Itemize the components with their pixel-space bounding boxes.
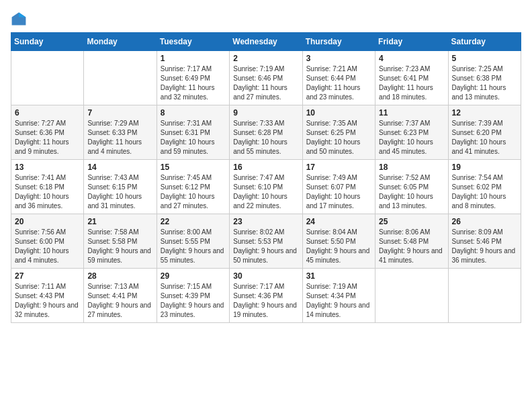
- calendar-week-row: 27Sunrise: 7:11 AM Sunset: 4:43 PM Dayli…: [11, 269, 521, 323]
- day-info: Sunrise: 7:19 AM Sunset: 6:46 PM Dayligh…: [233, 64, 298, 102]
- day-number: 8: [161, 108, 226, 118]
- calendar-cell: 9Sunrise: 7:33 AM Sunset: 6:28 PM Daylig…: [230, 105, 302, 160]
- day-info: Sunrise: 7:23 AM Sunset: 6:41 PM Dayligh…: [379, 64, 444, 102]
- day-info: Sunrise: 8:06 AM Sunset: 5:48 PM Dayligh…: [379, 228, 444, 265]
- day-number: 3: [306, 54, 371, 63]
- calendar-cell: [11, 51, 84, 105]
- logo: [11, 11, 30, 27]
- weekday-header: Tuesday: [157, 33, 229, 51]
- day-info: Sunrise: 7:11 AM Sunset: 4:43 PM Dayligh…: [15, 282, 80, 320]
- day-number: 10: [306, 108, 371, 118]
- day-number: 28: [87, 271, 152, 281]
- day-number: 21: [87, 217, 152, 226]
- day-number: 24: [306, 217, 371, 226]
- day-info: Sunrise: 7:47 AM Sunset: 6:10 PM Dayligh…: [233, 173, 298, 211]
- day-number: 14: [87, 163, 152, 172]
- calendar-week-row: 20Sunrise: 7:56 AM Sunset: 6:00 PM Dayli…: [11, 214, 521, 269]
- calendar-cell: 30Sunrise: 7:17 AM Sunset: 4:36 PM Dayli…: [230, 269, 302, 323]
- day-info: Sunrise: 7:19 AM Sunset: 4:34 PM Dayligh…: [306, 282, 371, 320]
- calendar-cell: 10Sunrise: 7:35 AM Sunset: 6:25 PM Dayli…: [302, 105, 375, 160]
- day-info: Sunrise: 7:39 AM Sunset: 6:20 PM Dayligh…: [452, 119, 517, 156]
- day-info: Sunrise: 8:02 AM Sunset: 5:53 PM Dayligh…: [233, 228, 298, 265]
- calendar-cell: 26Sunrise: 8:09 AM Sunset: 5:46 PM Dayli…: [448, 214, 521, 269]
- day-number: 13: [15, 163, 80, 172]
- calendar-cell: 1Sunrise: 7:17 AM Sunset: 6:49 PM Daylig…: [157, 51, 229, 105]
- day-number: 26: [452, 217, 517, 226]
- calendar-cell: 22Sunrise: 8:00 AM Sunset: 5:55 PM Dayli…: [157, 214, 229, 269]
- calendar-cell: 13Sunrise: 7:41 AM Sunset: 6:18 PM Dayli…: [11, 160, 84, 214]
- day-info: Sunrise: 7:56 AM Sunset: 6:00 PM Dayligh…: [15, 228, 80, 265]
- weekday-header: Thursday: [302, 33, 375, 51]
- calendar-week-row: 6Sunrise: 7:27 AM Sunset: 6:36 PM Daylig…: [11, 105, 521, 160]
- day-number: 31: [306, 271, 371, 281]
- day-number: 22: [161, 217, 226, 226]
- header: [11, 11, 521, 27]
- calendar-cell: 5Sunrise: 7:25 AM Sunset: 6:38 PM Daylig…: [448, 51, 521, 105]
- weekday-header: Sunday: [11, 33, 84, 51]
- day-number: 11: [379, 108, 444, 118]
- day-info: Sunrise: 7:27 AM Sunset: 6:36 PM Dayligh…: [15, 119, 80, 156]
- day-info: Sunrise: 7:15 AM Sunset: 4:39 PM Dayligh…: [161, 282, 226, 320]
- calendar-week-row: 13Sunrise: 7:41 AM Sunset: 6:18 PM Dayli…: [11, 160, 521, 214]
- calendar-cell: 27Sunrise: 7:11 AM Sunset: 4:43 PM Dayli…: [11, 269, 84, 323]
- day-info: Sunrise: 8:09 AM Sunset: 5:46 PM Dayligh…: [452, 228, 517, 265]
- calendar-cell: 4Sunrise: 7:23 AM Sunset: 6:41 PM Daylig…: [375, 51, 448, 105]
- day-info: Sunrise: 7:29 AM Sunset: 6:33 PM Dayligh…: [87, 119, 152, 156]
- calendar-body: 1Sunrise: 7:17 AM Sunset: 6:49 PM Daylig…: [11, 51, 521, 323]
- day-number: 20: [15, 217, 80, 226]
- day-info: Sunrise: 7:21 AM Sunset: 6:44 PM Dayligh…: [306, 64, 371, 102]
- day-info: Sunrise: 7:49 AM Sunset: 6:07 PM Dayligh…: [306, 173, 371, 211]
- day-info: Sunrise: 7:25 AM Sunset: 6:38 PM Dayligh…: [452, 64, 517, 102]
- day-number: 16: [233, 163, 298, 172]
- calendar-cell: 11Sunrise: 7:37 AM Sunset: 6:23 PM Dayli…: [375, 105, 448, 160]
- day-info: Sunrise: 7:37 AM Sunset: 6:23 PM Dayligh…: [379, 119, 444, 156]
- calendar-cell: 29Sunrise: 7:15 AM Sunset: 4:39 PM Dayli…: [157, 269, 229, 323]
- weekday-header: Saturday: [448, 33, 521, 51]
- day-info: Sunrise: 8:04 AM Sunset: 5:50 PM Dayligh…: [306, 228, 371, 265]
- day-number: 7: [87, 108, 152, 118]
- calendar-cell: 31Sunrise: 7:19 AM Sunset: 4:34 PM Dayli…: [302, 269, 375, 323]
- calendar-cell: 2Sunrise: 7:19 AM Sunset: 6:46 PM Daylig…: [230, 51, 302, 105]
- calendar-cell: 19Sunrise: 7:54 AM Sunset: 6:02 PM Dayli…: [448, 160, 521, 214]
- day-info: Sunrise: 7:54 AM Sunset: 6:02 PM Dayligh…: [452, 173, 517, 211]
- calendar-cell: [375, 269, 448, 323]
- calendar-cell: 12Sunrise: 7:39 AM Sunset: 6:20 PM Dayli…: [448, 105, 521, 160]
- day-number: 27: [15, 271, 80, 281]
- calendar-cell: 18Sunrise: 7:52 AM Sunset: 6:05 PM Dayli…: [375, 160, 448, 214]
- day-number: 19: [452, 163, 517, 172]
- day-number: 29: [161, 271, 226, 281]
- calendar-cell: 28Sunrise: 7:13 AM Sunset: 4:41 PM Dayli…: [84, 269, 157, 323]
- day-info: Sunrise: 7:45 AM Sunset: 6:12 PM Dayligh…: [161, 173, 226, 211]
- svg-marker-1: [19, 12, 26, 17]
- day-number: 5: [452, 54, 517, 63]
- day-number: 2: [233, 54, 298, 63]
- logo-icon: [11, 11, 27, 27]
- calendar-cell: 20Sunrise: 7:56 AM Sunset: 6:00 PM Dayli…: [11, 214, 84, 269]
- day-number: 9: [233, 108, 298, 118]
- calendar-week-row: 1Sunrise: 7:17 AM Sunset: 6:49 PM Daylig…: [11, 51, 521, 105]
- day-number: 1: [161, 54, 226, 63]
- calendar-cell: 23Sunrise: 8:02 AM Sunset: 5:53 PM Dayli…: [230, 214, 302, 269]
- day-number: 17: [306, 163, 371, 172]
- calendar-cell: [448, 269, 521, 323]
- day-number: 30: [233, 271, 298, 281]
- calendar-cell: 16Sunrise: 7:47 AM Sunset: 6:10 PM Dayli…: [230, 160, 302, 214]
- calendar-table: SundayMondayTuesdayWednesdayThursdayFrid…: [11, 32, 521, 323]
- day-number: 15: [161, 163, 226, 172]
- day-number: 12: [452, 108, 517, 118]
- weekday-header: Wednesday: [230, 33, 302, 51]
- calendar-cell: 21Sunrise: 7:58 AM Sunset: 5:58 PM Dayli…: [84, 214, 157, 269]
- calendar-cell: 6Sunrise: 7:27 AM Sunset: 6:36 PM Daylig…: [11, 105, 84, 160]
- day-info: Sunrise: 7:17 AM Sunset: 6:49 PM Dayligh…: [161, 64, 226, 102]
- day-info: Sunrise: 7:13 AM Sunset: 4:41 PM Dayligh…: [87, 282, 152, 320]
- day-number: 25: [379, 217, 444, 226]
- calendar-cell: 17Sunrise: 7:49 AM Sunset: 6:07 PM Dayli…: [302, 160, 375, 214]
- calendar-cell: 7Sunrise: 7:29 AM Sunset: 6:33 PM Daylig…: [84, 105, 157, 160]
- weekday-header: Monday: [84, 33, 157, 51]
- day-info: Sunrise: 7:31 AM Sunset: 6:31 PM Dayligh…: [161, 119, 226, 156]
- calendar-header-row: SundayMondayTuesdayWednesdayThursdayFrid…: [11, 33, 521, 51]
- calendar-cell: 8Sunrise: 7:31 AM Sunset: 6:31 PM Daylig…: [157, 105, 229, 160]
- day-info: Sunrise: 7:35 AM Sunset: 6:25 PM Dayligh…: [306, 119, 371, 156]
- day-info: Sunrise: 7:43 AM Sunset: 6:15 PM Dayligh…: [87, 173, 152, 211]
- day-info: Sunrise: 7:58 AM Sunset: 5:58 PM Dayligh…: [87, 228, 152, 265]
